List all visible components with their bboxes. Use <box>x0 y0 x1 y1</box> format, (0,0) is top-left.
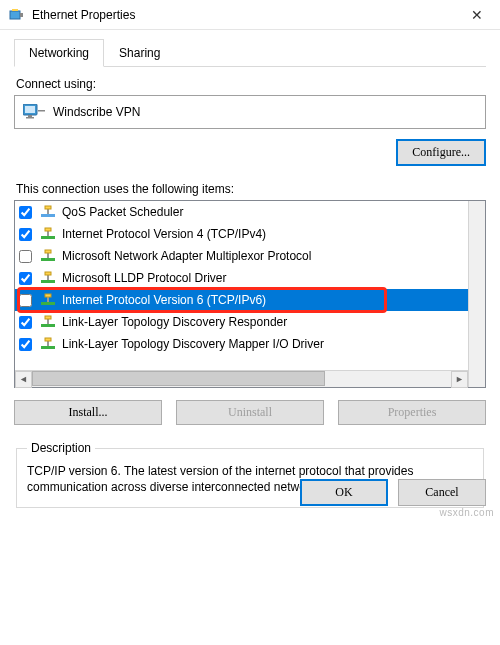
svg-rect-2 <box>20 13 23 17</box>
protocol-icon <box>40 270 56 286</box>
cancel-button[interactable]: Cancel <box>398 479 486 506</box>
install-button[interactable]: Install... <box>14 400 162 425</box>
scroll-thumb[interactable] <box>32 371 325 386</box>
svg-rect-8 <box>41 214 55 217</box>
items-listbox[interactable]: QoS Packet SchedulerInternet Protocol Ve… <box>14 200 486 388</box>
watermark-text: wsxdn.com <box>439 507 494 518</box>
item-checkbox[interactable] <box>19 272 32 285</box>
list-item[interactable]: Internet Protocol Version 6 (TCP/IPv6) <box>15 289 468 311</box>
ok-button[interactable]: OK <box>300 479 388 506</box>
horizontal-scrollbar[interactable]: ◄ ► <box>15 370 468 387</box>
item-checkbox[interactable] <box>19 338 32 351</box>
item-checkbox[interactable] <box>19 206 32 219</box>
item-label: Link-Layer Topology Discovery Mapper I/O… <box>62 337 324 351</box>
protocol-icon <box>40 226 56 242</box>
item-label: Internet Protocol Version 4 (TCP/IPv4) <box>62 227 266 241</box>
window-title: Ethernet Properties <box>32 8 454 22</box>
svg-rect-28 <box>45 338 51 341</box>
item-checkbox[interactable] <box>19 294 32 307</box>
description-legend: Description <box>27 441 95 455</box>
svg-rect-5 <box>28 115 32 117</box>
tab-strip: Networking Sharing <box>14 38 486 67</box>
svg-rect-10 <box>45 206 51 209</box>
protocol-icon <box>40 292 56 308</box>
item-checkbox[interactable] <box>19 228 32 241</box>
adapter-box: Windscribe VPN <box>14 95 486 129</box>
protocol-icon <box>40 248 56 264</box>
list-item[interactable]: Link-Layer Topology Discovery Responder <box>15 311 468 333</box>
protocol-icon <box>40 204 56 220</box>
dialog-footer: OK Cancel <box>0 467 500 520</box>
configure-button[interactable]: Configure... <box>396 139 486 166</box>
svg-rect-1 <box>12 9 18 11</box>
svg-rect-4 <box>25 106 35 113</box>
network-adapter-icon <box>8 7 24 23</box>
svg-rect-14 <box>41 258 55 261</box>
svg-rect-11 <box>41 236 55 239</box>
svg-rect-26 <box>41 346 55 349</box>
item-label: Link-Layer Topology Discovery Responder <box>62 315 287 329</box>
svg-rect-16 <box>45 250 51 253</box>
items-label: This connection uses the following items… <box>16 182 484 196</box>
svg-rect-23 <box>41 324 55 327</box>
item-label: Microsoft LLDP Protocol Driver <box>62 271 227 285</box>
monitor-network-icon <box>23 104 45 120</box>
close-button[interactable]: ✕ <box>454 0 500 30</box>
svg-rect-20 <box>41 302 55 305</box>
svg-rect-0 <box>10 11 20 19</box>
scroll-right-arrow-icon[interactable]: ► <box>451 371 468 388</box>
list-item[interactable]: QoS Packet Scheduler <box>15 201 468 223</box>
title-bar: Ethernet Properties ✕ <box>0 0 500 30</box>
properties-button: Properties <box>338 400 486 425</box>
adapter-name: Windscribe VPN <box>53 105 140 119</box>
protocol-icon <box>40 314 56 330</box>
list-item[interactable]: Link-Layer Topology Discovery Mapper I/O… <box>15 333 468 355</box>
svg-rect-22 <box>45 294 51 297</box>
scroll-left-arrow-icon[interactable]: ◄ <box>15 371 32 388</box>
svg-rect-17 <box>41 280 55 283</box>
list-item[interactable]: Internet Protocol Version 4 (TCP/IPv4) <box>15 223 468 245</box>
tab-sharing[interactable]: Sharing <box>104 39 175 67</box>
uninstall-button: Uninstall <box>176 400 324 425</box>
item-checkbox[interactable] <box>19 250 32 263</box>
list-item[interactable]: Microsoft LLDP Protocol Driver <box>15 267 468 289</box>
protocol-icon <box>40 336 56 352</box>
item-checkbox[interactable] <box>19 316 32 329</box>
svg-rect-19 <box>45 272 51 275</box>
vertical-scrollbar[interactable] <box>468 201 485 387</box>
scroll-track[interactable] <box>32 371 451 388</box>
svg-rect-25 <box>45 316 51 319</box>
tab-networking[interactable]: Networking <box>14 39 104 67</box>
item-label: QoS Packet Scheduler <box>62 205 183 219</box>
svg-rect-6 <box>26 117 34 119</box>
connect-using-label: Connect using: <box>16 77 484 91</box>
item-label: Internet Protocol Version 6 (TCP/IPv6) <box>62 293 266 307</box>
close-icon: ✕ <box>471 7 483 23</box>
svg-rect-7 <box>38 110 45 112</box>
item-label: Microsoft Network Adapter Multiplexor Pr… <box>62 249 311 263</box>
list-item[interactable]: Microsoft Network Adapter Multiplexor Pr… <box>15 245 468 267</box>
svg-rect-13 <box>45 228 51 231</box>
